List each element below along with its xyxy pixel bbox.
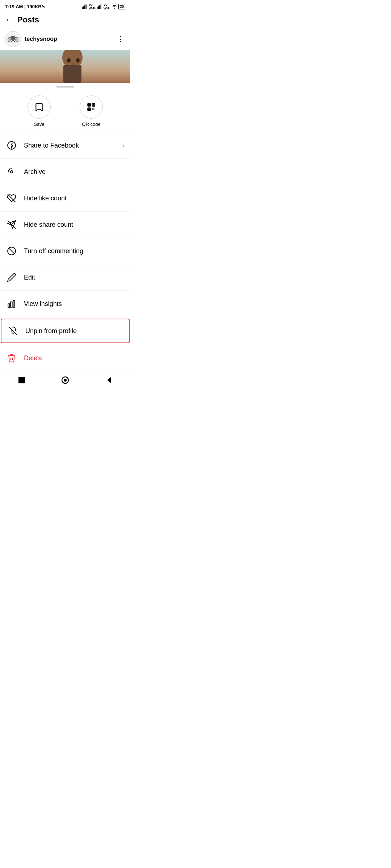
unpin-from-profile-text: Unpin from profile [25,327,123,335]
action-buttons-row: Save QR code [0,89,130,131]
back-button[interactable]: ← [5,15,13,25]
handle-bar [56,86,74,88]
more-options-button[interactable]: ⋮ [117,34,125,44]
svg-rect-42 [13,300,14,307]
nav-back-icon [104,376,113,384]
view-insights-text: View insights [24,300,125,308]
archive-text: Archive [24,168,125,176]
svg-point-11 [9,39,12,41]
username-label: techysnoop [25,36,57,42]
status-time: 7:19 AM | 190KB/s [5,4,46,9]
svg-rect-28 [94,108,94,109]
menu-item-unpin-from-profile[interactable]: Unpin from profile [1,319,130,343]
nav-home-button[interactable] [59,374,72,387]
menu-item-hide-share[interactable]: Hide share count [0,213,130,236]
menu-item-archive[interactable]: Archive [0,160,130,183]
svg-line-39 [9,248,14,254]
status-bar: 7:19 AM | 190KB/s VoWiFi VoWiFi 20 [0,0,130,12]
svg-rect-6 [99,5,100,9]
post-image [0,50,130,83]
profile-row: techysnoop ⋮ [0,28,130,50]
svg-rect-2 [84,5,85,9]
wifi-icon [112,4,117,9]
view-insights-icon [6,298,17,310]
signal-icon2 [97,4,102,9]
menu-item-share-facebook[interactable]: Share to Facebook › [0,134,130,157]
menu-list: Share to Facebook › Archive Hide like co… [0,134,130,370]
delete-text: Delete [24,354,125,362]
svg-point-20 [72,63,75,65]
svg-point-47 [64,379,67,382]
svg-rect-29 [92,110,93,110]
drag-handle [0,83,130,89]
page-title: Posts [17,15,39,25]
svg-rect-4 [97,7,98,9]
signal-icon [82,4,88,9]
hide-share-text: Hide share count [24,221,125,229]
divider-7 [0,317,130,317]
save-icon-circle [28,95,51,119]
menu-item-view-insights[interactable]: View insights [0,292,130,315]
chevron-right-icon: › [122,142,125,149]
svg-rect-7 [100,5,101,9]
svg-rect-3 [86,5,87,9]
save-label: Save [34,122,45,127]
svg-rect-5 [98,7,99,9]
delete-icon [6,352,17,364]
page-header: ← Posts [0,12,130,28]
edit-text: Edit [24,274,125,281]
nav-square-icon [17,376,26,384]
svg-point-18 [67,58,71,63]
menu-item-turn-off-commenting[interactable]: Turn off commenting [0,239,130,263]
svg-rect-31 [93,109,93,109]
hide-like-text: Hide like count [24,195,125,202]
save-button[interactable]: Save [28,95,51,127]
divider-1 [0,158,130,159]
status-icons: VoWiFi VoWiFi 20 [82,3,125,10]
bottom-nav [0,370,130,392]
svg-rect-0 [82,7,83,9]
svg-rect-17 [63,65,81,83]
svg-marker-48 [107,377,111,383]
bookmark-icon [34,102,44,112]
qr-code-icon [87,102,96,112]
menu-item-hide-like[interactable]: Hide like count [0,187,130,210]
divider-top [0,132,130,132]
qr-icon-circle [80,95,103,119]
nav-back-button[interactable] [102,374,115,387]
nav-square-button[interactable] [15,374,28,387]
avatar [5,31,21,47]
svg-point-33 [10,171,13,173]
qr-code-label: QR code [82,122,100,127]
turn-off-commenting-icon [6,245,17,257]
svg-rect-26 [88,109,89,110]
svg-line-43 [9,327,17,335]
hide-share-icon [6,219,17,230]
svg-rect-30 [94,110,94,110]
svg-rect-45 [18,377,25,383]
svg-rect-1 [83,7,84,9]
svg-point-19 [76,58,80,63]
vo-label2: VoWiFi [104,3,110,10]
svg-rect-22 [88,104,89,105]
divider-3 [0,211,130,212]
facebook-icon [6,140,17,151]
menu-item-delete[interactable]: Delete [0,346,130,370]
menu-item-edit[interactable]: Edit [0,266,130,289]
svg-rect-24 [93,104,94,105]
svg-rect-41 [10,302,12,307]
edit-icon [6,272,17,283]
svg-rect-27 [92,108,93,109]
profile-info: techysnoop [5,31,57,47]
divider-2 [0,185,130,185]
nav-circle-icon [61,376,70,384]
avatar-icon [8,34,18,44]
svg-rect-40 [8,304,9,307]
turn-off-commenting-text: Turn off commenting [24,247,125,255]
divider-4 [0,238,130,238]
share-facebook-text: Share to Facebook [24,142,116,149]
hide-like-icon [6,192,17,204]
archive-icon [6,166,17,178]
vo-label: VoWiFi [89,3,96,10]
qr-code-button[interactable]: QR code [80,95,103,127]
